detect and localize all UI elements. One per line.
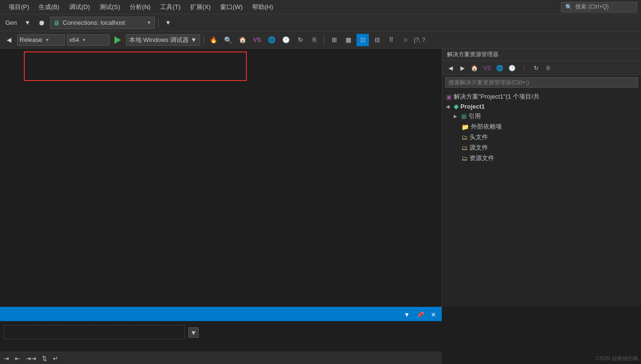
refresh-btn[interactable]: ↻ — [294, 34, 306, 46]
resource-files-label: 资源文件 — [469, 154, 494, 162]
ext-deps-icon: 📁 — [461, 123, 469, 131]
solution-explorer-title: 解决方案资源管理器 — [442, 49, 641, 61]
solution-tree: ▣ 解决方案"Project1"(1 个项目/共 ◀ ◈ Project1 ▶ … — [442, 90, 641, 307]
table-btn[interactable]: ▦ — [342, 34, 355, 46]
header-files-label: 头文件 — [469, 133, 488, 142]
menu-test[interactable]: 测试(S) — [95, 1, 125, 13]
indent2-icon: ⇥⇥ — [26, 355, 36, 362]
toolbar-row2: ◀ Release ▼ x64 ▼ 本地 Windows 调试器 ▼ 🔥 🔍 🏠… — [0, 31, 641, 49]
config-arrow-icon: ▼ — [45, 38, 50, 42]
btm-indent2-btn[interactable]: ⇥⇥ — [24, 354, 38, 364]
menu-extensions[interactable]: 扩展(X) — [185, 1, 215, 13]
se-clock-btn[interactable]: 🕐 — [507, 63, 518, 73]
layout-icon: ⊟ — [375, 36, 380, 43]
gen-button[interactable]: Gen — [3, 17, 20, 29]
bottom-close-btn[interactable]: ✕ — [429, 310, 438, 319]
unindent-icon: ⇤ — [15, 355, 20, 362]
se-forward-btn[interactable]: ▶ — [457, 63, 468, 73]
se-search-box[interactable]: 搜索解决方案资源管理器(Ctrl+;) — [445, 77, 638, 88]
platform-dropdown[interactable]: x64 ▼ — [67, 34, 110, 46]
circle2-btn[interactable]: ○ — [399, 34, 412, 46]
separator1 — [158, 18, 159, 28]
dotted-input-area[interactable]: ▼ — [4, 325, 185, 339]
monitor-icon: 🖥 — [53, 19, 60, 27]
btm-unindent-btn[interactable]: ⇤ — [13, 354, 22, 364]
grid-btn[interactable]: ⊞ — [328, 34, 340, 46]
source-files-label: 源文件 — [469, 143, 488, 152]
content-dropdown-btn[interactable]: ▼ — [188, 327, 199, 338]
question-marks: (?, ?. — [414, 37, 427, 43]
fire-btn[interactable]: 🔥 — [207, 34, 220, 46]
connections-label: Connections: localhost — [63, 19, 125, 26]
wrap-icon: ↵ — [53, 355, 58, 362]
se-vs-btn[interactable]: VS — [481, 63, 493, 73]
search2-icon: 🔍 — [224, 36, 232, 44]
clock-btn[interactable]: 🕐 — [280, 34, 292, 46]
highlight-btn[interactable]: ⊡ — [356, 34, 369, 46]
se-globe-btn[interactable]: 🌐 — [494, 63, 505, 73]
connections-dropdown[interactable]: 🖥 Connections: localhost ▼ — [50, 17, 155, 29]
configuration-dropdown[interactable]: Release ▼ — [17, 34, 65, 46]
tree-external-deps[interactable]: 📁 外部依赖项 — [442, 121, 641, 132]
vs-icon: VS — [253, 36, 261, 43]
run-button[interactable] — [112, 34, 124, 46]
menu-build[interactable]: 生成(B) — [34, 1, 64, 13]
search-box[interactable]: 🔍 搜索 (Ctrl+Q) — [561, 2, 637, 12]
layout-btn[interactable]: ⊟ — [371, 34, 383, 46]
globe-icon: 🌐 — [268, 36, 275, 43]
se-back-btn[interactable]: ◀ — [445, 63, 456, 73]
vs-btn[interactable]: VS — [251, 34, 264, 46]
search-btn[interactable]: 🔍 — [222, 34, 234, 46]
configuration-label: Release — [20, 36, 42, 43]
menu-tools[interactable]: 工具(T) — [155, 1, 185, 13]
tree-header-files[interactable]: 🗂 头文件 — [442, 132, 641, 142]
menu-help[interactable]: 帮助(H) — [247, 1, 278, 13]
dropdown-arrow-btn[interactable]: ▼ — [21, 17, 34, 29]
dots-btn[interactable]: ⠿ — [385, 34, 397, 46]
bottom-dropdown-icon: ▼ — [404, 311, 410, 318]
bottom-pin-btn[interactable]: 📌 — [415, 310, 426, 319]
home-btn[interactable]: 🏠 — [236, 34, 249, 46]
tree-solution[interactable]: ▣ 解决方案"Project1"(1 个项目/共 — [442, 91, 641, 102]
solution-label: 解决方案"Project1"(1 个项目/共 — [454, 92, 539, 101]
bottom-panel: ▼ 📌 ✕ ▼ ⇥ ⇤ ⇥⇥ ⇅ ↵ — [0, 307, 442, 364]
globe-btn[interactable]: 🌐 — [265, 34, 278, 46]
tree-source-files[interactable]: 🗂 源文件 — [442, 142, 641, 153]
clock-icon: 🕐 — [282, 36, 290, 43]
copy-btn[interactable]: ⎘ — [308, 34, 321, 46]
btm-indent-btn[interactable]: ⇥ — [2, 354, 11, 364]
indent-icon: ⇥ — [4, 355, 9, 362]
back-btn[interactable]: ◀ — [3, 34, 15, 46]
circle-icon: ⏺ — [38, 19, 45, 27]
solution-explorer-label: 解决方案资源管理器 — [447, 51, 499, 59]
tree-project[interactable]: ◀ ◈ Project1 — [442, 102, 641, 111]
btm-wrap-btn[interactable]: ↵ — [51, 354, 60, 364]
bottom-dropdown-btn[interactable]: ▼ — [402, 310, 412, 319]
bottom-toolbar: ⇥ ⇤ ⇥⇥ ⇅ ↵ — [0, 352, 442, 364]
source-icon: 🗂 — [461, 144, 468, 152]
menu-window[interactable]: 窗口(W) — [215, 1, 247, 13]
btm-sort-btn[interactable]: ⇅ — [40, 354, 49, 364]
se-home-btn[interactable]: 🏠 — [469, 63, 480, 73]
close-icon: ✕ — [431, 311, 436, 318]
ext-deps-label: 外部依赖项 — [471, 122, 502, 131]
play-icon — [114, 36, 121, 44]
menu-debug[interactable]: 调试(D) — [64, 1, 95, 13]
gen-label: Gen — [5, 19, 17, 26]
debugger-label: 本地 Windows 调试器 — [129, 36, 189, 44]
references-icon: ⊞ — [461, 113, 467, 120]
references-label: 引用 — [468, 112, 481, 121]
circle-btn[interactable]: ⏺ — [36, 17, 48, 29]
search-icon: 🔍 — [565, 4, 572, 10]
se-refresh-btn[interactable]: ↻ — [531, 63, 541, 73]
table-icon: ▦ — [346, 36, 351, 43]
menu-project[interactable]: 项目(P) — [4, 1, 34, 13]
se-copy-btn[interactable]: ⎘ — [543, 63, 553, 73]
extra-dropdown-btn[interactable]: ▼ — [162, 17, 174, 29]
debugger-dropdown[interactable]: 本地 Windows 调试器 ▼ — [126, 34, 200, 46]
tree-resource-files[interactable]: 🗂 资源文件 — [442, 153, 641, 163]
separator3 — [324, 35, 325, 45]
menu-analyze[interactable]: 分析(N) — [125, 1, 155, 13]
tree-references[interactable]: ▶ ⊞ 引用 — [442, 111, 641, 121]
copy-icon: ⎘ — [313, 36, 316, 43]
